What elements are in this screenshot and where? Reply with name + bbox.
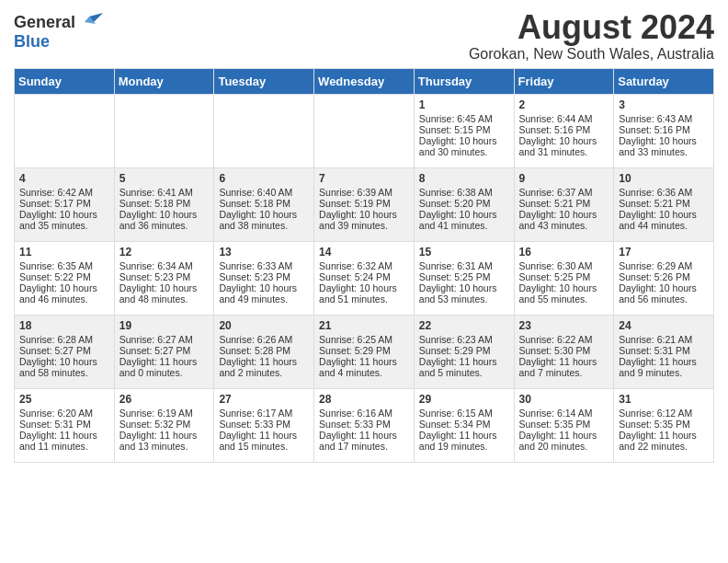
calendar-cell: 18Sunrise: 6:28 AMSunset: 5:27 PMDayligh… <box>15 315 115 388</box>
calendar-cell: 24Sunrise: 6:21 AMSunset: 5:31 PMDayligh… <box>614 315 714 388</box>
day-number: 3 <box>619 98 709 111</box>
header-row: SundayMondayTuesdayWednesdayThursdayFrid… <box>15 68 714 94</box>
day-number: 9 <box>519 172 609 185</box>
day-number: 15 <box>419 246 509 259</box>
day-number: 25 <box>19 393 109 406</box>
calendar-cell: 22Sunrise: 6:23 AMSunset: 5:29 PMDayligh… <box>414 315 514 388</box>
logo: General Blue <box>14 13 103 52</box>
logo-bird-icon <box>75 13 103 33</box>
day-number: 19 <box>119 319 210 332</box>
day-number: 5 <box>119 172 210 185</box>
calendar-cell: 25Sunrise: 6:20 AMSunset: 5:31 PMDayligh… <box>15 388 115 462</box>
calendar-cell: 19Sunrise: 6:27 AMSunset: 5:27 PMDayligh… <box>114 315 214 388</box>
calendar-cell <box>214 94 314 167</box>
day-number: 26 <box>119 393 210 406</box>
day-number: 14 <box>319 246 409 259</box>
calendar-cell: 5Sunrise: 6:41 AMSunset: 5:18 PMDaylight… <box>114 167 214 241</box>
day-number: 18 <box>19 319 109 332</box>
calendar-cell: 29Sunrise: 6:15 AMSunset: 5:34 PMDayligh… <box>414 388 514 462</box>
calendar-cell: 4Sunrise: 6:42 AMSunset: 5:17 PMDaylight… <box>15 167 115 241</box>
day-number: 31 <box>619 393 709 406</box>
calendar-table: SundayMondayTuesdayWednesdayThursdayFrid… <box>14 68 714 463</box>
calendar-cell: 1Sunrise: 6:45 AMSunset: 5:15 PMDaylight… <box>414 94 514 167</box>
calendar-cell: 23Sunrise: 6:22 AMSunset: 5:30 PMDayligh… <box>514 315 614 388</box>
day-number: 24 <box>619 319 709 332</box>
header-cell-friday: Friday <box>514 68 614 94</box>
header-cell-saturday: Saturday <box>614 68 714 94</box>
logo-blue: Blue <box>14 33 50 52</box>
calendar-cell: 31Sunrise: 6:12 AMSunset: 5:35 PMDayligh… <box>614 388 714 462</box>
month-title: August 2024 <box>469 9 714 46</box>
calendar-cell: 30Sunrise: 6:14 AMSunset: 5:35 PMDayligh… <box>514 388 614 462</box>
day-number: 1 <box>419 98 509 111</box>
day-number: 11 <box>19 246 109 259</box>
day-number: 12 <box>119 246 210 259</box>
calendar-cell: 17Sunrise: 6:29 AMSunset: 5:26 PMDayligh… <box>614 241 714 315</box>
calendar-row: 18Sunrise: 6:28 AMSunset: 5:27 PMDayligh… <box>15 315 714 388</box>
calendar-row: 1Sunrise: 6:45 AMSunset: 5:15 PMDaylight… <box>15 94 714 167</box>
title-area: August 2024 Gorokan, New South Wales, Au… <box>469 9 714 63</box>
day-number: 27 <box>219 393 309 406</box>
day-number: 7 <box>319 172 409 185</box>
day-number: 8 <box>419 172 509 185</box>
calendar-cell <box>15 94 115 167</box>
header-cell-tuesday: Tuesday <box>214 68 314 94</box>
day-number: 28 <box>319 393 409 406</box>
calendar-cell: 28Sunrise: 6:16 AMSunset: 5:33 PMDayligh… <box>314 388 415 462</box>
calendar-cell: 21Sunrise: 6:25 AMSunset: 5:29 PMDayligh… <box>314 315 415 388</box>
calendar-cell: 2Sunrise: 6:44 AMSunset: 5:16 PMDaylight… <box>514 94 614 167</box>
calendar-cell: 13Sunrise: 6:33 AMSunset: 5:23 PMDayligh… <box>214 241 314 315</box>
day-number: 29 <box>419 393 509 406</box>
header-cell-wednesday: Wednesday <box>314 68 415 94</box>
day-number: 30 <box>519 393 609 406</box>
calendar-cell: 6Sunrise: 6:40 AMSunset: 5:18 PMDaylight… <box>214 167 314 241</box>
calendar-cell: 11Sunrise: 6:35 AMSunset: 5:22 PMDayligh… <box>15 241 115 315</box>
day-number: 21 <box>319 319 409 332</box>
header-cell-sunday: Sunday <box>15 68 115 94</box>
calendar-row: 4Sunrise: 6:42 AMSunset: 5:17 PMDaylight… <box>15 167 714 241</box>
calendar-cell: 7Sunrise: 6:39 AMSunset: 5:19 PMDaylight… <box>314 167 415 241</box>
day-number: 23 <box>519 319 609 332</box>
calendar-row: 25Sunrise: 6:20 AMSunset: 5:31 PMDayligh… <box>15 388 714 462</box>
day-number: 16 <box>519 246 609 259</box>
calendar-cell: 9Sunrise: 6:37 AMSunset: 5:21 PMDaylight… <box>514 167 614 241</box>
calendar-cell: 8Sunrise: 6:38 AMSunset: 5:20 PMDaylight… <box>414 167 514 241</box>
calendar-cell: 27Sunrise: 6:17 AMSunset: 5:33 PMDayligh… <box>214 388 314 462</box>
day-number: 13 <box>219 246 309 259</box>
location-title: Gorokan, New South Wales, Australia <box>469 46 714 63</box>
header-cell-monday: Monday <box>114 68 214 94</box>
day-number: 2 <box>519 98 609 111</box>
header: General Blue August 2024 Gorokan, New So… <box>14 9 714 63</box>
calendar-cell: 16Sunrise: 6:30 AMSunset: 5:25 PMDayligh… <box>514 241 614 315</box>
logo-general: General <box>14 14 75 32</box>
day-number: 4 <box>19 172 109 185</box>
calendar-cell: 26Sunrise: 6:19 AMSunset: 5:32 PMDayligh… <box>114 388 214 462</box>
day-number: 20 <box>219 319 309 332</box>
calendar-cell: 12Sunrise: 6:34 AMSunset: 5:23 PMDayligh… <box>114 241 214 315</box>
calendar-cell: 14Sunrise: 6:32 AMSunset: 5:24 PMDayligh… <box>314 241 415 315</box>
calendar-cell: 3Sunrise: 6:43 AMSunset: 5:16 PMDaylight… <box>614 94 714 167</box>
calendar-cell: 15Sunrise: 6:31 AMSunset: 5:25 PMDayligh… <box>414 241 514 315</box>
calendar-cell <box>114 94 214 167</box>
calendar-cell: 20Sunrise: 6:26 AMSunset: 5:28 PMDayligh… <box>214 315 314 388</box>
day-number: 10 <box>619 172 709 185</box>
header-cell-thursday: Thursday <box>414 68 514 94</box>
calendar-row: 11Sunrise: 6:35 AMSunset: 5:22 PMDayligh… <box>15 241 714 315</box>
calendar-cell: 10Sunrise: 6:36 AMSunset: 5:21 PMDayligh… <box>614 167 714 241</box>
day-number: 22 <box>419 319 509 332</box>
calendar-cell <box>314 94 415 167</box>
day-number: 6 <box>219 172 309 185</box>
day-number: 17 <box>619 246 709 259</box>
